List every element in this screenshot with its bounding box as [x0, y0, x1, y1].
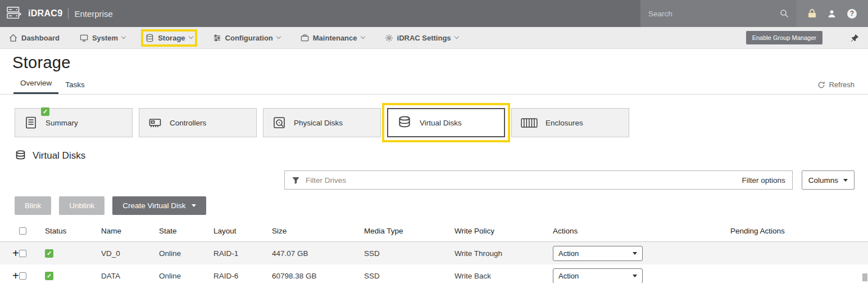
card-enclosures[interactable]: Enclosures — [511, 108, 629, 137]
columns-label: Columns — [808, 176, 838, 185]
action-dropdown-value: Action — [558, 249, 579, 258]
main-nav: Dashboard System Storage Configura — [0, 27, 868, 49]
caret-down-icon — [843, 179, 848, 182]
virtual-disks-icon — [15, 150, 26, 161]
filter-drives-input[interactable] — [306, 176, 736, 185]
col-pending-actions: Pending Actions — [730, 227, 868, 235]
table-row: + ✓ VD_0 Online RAID-1 447.07 GB SSD Wri… — [0, 242, 868, 264]
brand-name: iDRAC9 — [28, 8, 62, 19]
card-virtual-disks[interactable]: Virtual Disks — [387, 108, 505, 137]
unblink-button[interactable]: Unblink — [59, 196, 104, 215]
idrac-logo-icon — [7, 6, 22, 21]
cell-state: Online — [159, 249, 213, 258]
controllers-icon — [148, 116, 162, 129]
storage-icon — [146, 34, 154, 42]
create-virtual-disk-label: Create Virtual Disk — [122, 201, 185, 210]
filter-funnel-icon — [292, 176, 300, 185]
row-checkbox[interactable] — [19, 272, 26, 280]
cell-write-policy: Write Back — [455, 272, 553, 280]
nav-label: Dashboard — [21, 34, 60, 42]
tab-tasks[interactable]: Tasks — [58, 76, 92, 94]
cell-media-type: SSD — [364, 249, 455, 258]
refresh-button[interactable]: Refresh — [817, 80, 855, 94]
virtual-disks-icon — [397, 115, 412, 130]
chevron-down-icon — [188, 34, 193, 39]
brand-area: iDRAC9 Enterprise — [0, 0, 640, 27]
nav-item-system[interactable]: System — [80, 34, 125, 42]
cell-layout: RAID-1 — [213, 249, 272, 258]
caret-down-icon — [192, 204, 196, 207]
col-state: State — [159, 227, 213, 235]
pin-icon[interactable] — [851, 34, 859, 42]
nav-item-maintenance[interactable]: Maintenance — [301, 34, 365, 42]
table-header-row: Status Name State Layout Size Media Type… — [0, 221, 868, 242]
chevron-down-icon — [360, 34, 365, 39]
physical-disks-icon — [272, 116, 286, 129]
enable-group-manager-button[interactable]: Enable Group Manager — [746, 31, 822, 44]
toolbox-icon — [301, 34, 309, 42]
filter-row: Filter options Columns — [0, 161, 868, 190]
col-size: Size — [272, 227, 364, 235]
nav-item-dashboard[interactable]: Dashboard — [9, 34, 60, 42]
cell-media-type: SSD — [364, 272, 455, 280]
tab-overview[interactable]: Overview — [13, 74, 58, 94]
gear-icon — [385, 34, 393, 42]
lock-icon[interactable] — [808, 9, 816, 18]
col-layout: Layout — [213, 227, 272, 235]
nav-label: System — [92, 34, 118, 42]
virtual-disks-table: Status Name State Layout Size Media Type… — [0, 221, 868, 283]
app-header: iDRAC9 Enterprise ? — [0, 0, 868, 27]
enclosures-icon — [521, 118, 538, 128]
chevron-down-icon — [454, 34, 458, 39]
cell-write-policy: Write Through — [455, 249, 553, 258]
vertical-scrollbar-thumb[interactable] — [862, 273, 867, 281]
expand-row-button[interactable]: + — [0, 247, 19, 260]
cell-state: Online — [159, 272, 213, 280]
caret-down-icon — [633, 252, 637, 255]
search-input[interactable] — [648, 10, 780, 18]
cell-size: 60798.38 GB — [272, 272, 364, 280]
table-row: + ✓ DATA Online RAID-6 60798.38 GB SSD W… — [0, 264, 868, 283]
card-label: Summary — [46, 119, 78, 127]
nav-label: Configuration — [225, 34, 273, 42]
storage-category-cards: ✓ Summary Controllers Physical Disks — [0, 95, 868, 137]
filter-options-link[interactable]: Filter options — [742, 176, 785, 185]
card-summary[interactable]: ✓ Summary — [15, 108, 133, 137]
cell-size: 447.07 GB — [272, 249, 364, 258]
caret-down-icon — [633, 275, 637, 277]
cell-layout: RAID-6 — [213, 272, 272, 280]
header-utility-icons: ? — [797, 0, 868, 27]
card-label: Controllers — [170, 119, 206, 127]
green-check-badge-icon: ✓ — [41, 107, 49, 116]
card-physical-disks[interactable]: Physical Disks — [263, 108, 381, 137]
card-label: Enclosures — [546, 119, 583, 127]
col-media-type: Media Type — [364, 227, 455, 235]
col-status: Status — [45, 227, 101, 235]
nav-label: Storage — [158, 34, 185, 42]
nav-item-idrac-settings[interactable]: iDRAC Settings — [385, 34, 458, 42]
help-icon[interactable]: ? — [847, 9, 857, 19]
vd-toolbar: Blink Unblink Create Virtual Disk — [0, 190, 868, 215]
filter-drives-box: Filter options — [284, 170, 793, 190]
select-all-checkbox[interactable] — [19, 227, 26, 235]
page-title: Storage — [12, 53, 868, 72]
search-icon[interactable] — [780, 9, 789, 18]
card-label: Physical Disks — [294, 119, 343, 127]
action-dropdown[interactable]: Action — [553, 268, 643, 283]
expand-row-button[interactable]: + — [0, 269, 19, 282]
card-controllers[interactable]: Controllers — [139, 108, 257, 137]
chevron-down-icon — [121, 34, 126, 39]
blink-button[interactable]: Blink — [15, 196, 51, 215]
user-icon[interactable] — [828, 10, 836, 18]
nav-item-storage[interactable]: Storage — [146, 34, 192, 42]
chevron-down-icon — [276, 34, 281, 39]
refresh-label: Refresh — [829, 80, 855, 89]
nav-label: Maintenance — [313, 34, 357, 42]
nav-item-configuration[interactable]: Configuration — [213, 34, 280, 42]
summary-icon — [24, 116, 38, 129]
create-virtual-disk-button[interactable]: Create Virtual Disk — [112, 196, 206, 215]
columns-button[interactable]: Columns — [802, 170, 855, 190]
brand-divider — [68, 8, 69, 19]
row-checkbox[interactable] — [19, 250, 26, 257]
action-dropdown[interactable]: Action — [553, 246, 643, 261]
